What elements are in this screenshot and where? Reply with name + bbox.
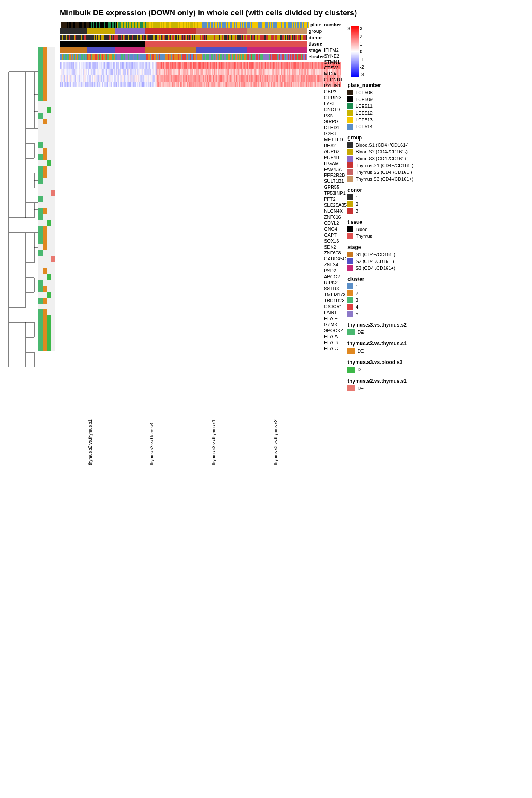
cluster-5-swatch — [347, 311, 353, 317]
legend-cluster-5: 5 — [347, 311, 445, 317]
donor-legend: donor 1 2 3 — [347, 187, 445, 215]
annot-donor: donor — [60, 35, 341, 40]
gene-label-stmn1: STMN1 — [324, 59, 347, 65]
tissue-legend-title: tissue — [347, 219, 445, 225]
cb-neg1: -1 — [360, 57, 364, 62]
colorbar-canvas — [351, 26, 359, 77]
legend-blood: Blood — [347, 226, 445, 232]
legend-blood-s3: Blood.S3 (CD4-/CD161+) — [347, 156, 445, 162]
gene-label-lair1: LAIR1 — [324, 309, 347, 315]
gene-label-slc25a35: SLC25A35 — [324, 202, 347, 208]
donor-legend-title: donor — [347, 187, 445, 193]
gene-label-abcg2: ABCG2 — [324, 274, 347, 280]
colorbar-section: 3 3 2 1 0 -1 -2 -3 — [347, 26, 445, 77]
legend-section: 3 3 2 1 0 -1 -2 -3 plate_number — [347, 26, 445, 397]
gene-label-dthd1: DTHD1 — [324, 124, 347, 130]
de-thymus-s2-s1-item: DE — [347, 385, 445, 391]
gene-label-lyst: LYST — [324, 101, 347, 107]
colorbar-max-label: 3 — [347, 26, 350, 31]
donor-1-swatch — [347, 194, 353, 200]
de-thymus-s3-s1-swatch — [347, 348, 355, 354]
de-thymus-s3-blood-s3-swatch — [347, 367, 355, 373]
de-thymus-s2-s1-label: DE — [357, 386, 364, 391]
group-legend-title: group — [347, 135, 445, 141]
stage-label: stage — [309, 48, 321, 53]
gene-label-nlgn4x: NLGN4X — [324, 208, 347, 214]
legend-thymus: Thymus — [347, 233, 445, 239]
blood-swatch — [347, 226, 353, 232]
annot-plate-number: plate_number — [60, 22, 341, 28]
bottom-label-0: thymus.s2.vs.thymus.s1 — [88, 410, 93, 465]
gene-label-cldnd1: CLDND1 — [324, 77, 347, 83]
stage-legend: stage S1 (CD4+/CD161-) S2 (CD4-/CD161-) … — [347, 244, 445, 272]
gene-label-sirpg: SIRPG — [324, 119, 347, 124]
gene-label-spock2: SPOCK2 — [324, 327, 347, 333]
gene-label-pxn: PXN — [324, 113, 347, 119]
de-canvas — [38, 47, 55, 351]
cluster-2-label: 2 — [356, 291, 358, 296]
donor-3-swatch — [347, 208, 353, 214]
blood-s1-label: Blood.S1 (CD4+/CD161-) — [356, 142, 408, 147]
cluster-legend: cluster 1 2 3 4 — [347, 276, 445, 318]
de-thymus-s3-blood-s3-legend: thymus.s3.vs.blood.s3 DE — [347, 359, 445, 374]
gene-label-syne2: SYNE2 — [324, 53, 347, 59]
stage-s2-label: S2 (CD4-/CD161-) — [356, 259, 394, 264]
gene-label-psd2: PSD2 — [324, 268, 347, 274]
cluster-2-swatch — [347, 290, 353, 296]
thymus-s1-label: Thymus.S1 (CD4+/CD161-) — [356, 163, 413, 168]
thymus-swatch — [347, 233, 353, 239]
donor-2-label: 2 — [356, 202, 358, 207]
gene-label-pyhin1: PYHIN1 — [324, 83, 347, 89]
legend-blood-s1: Blood.S1 (CD4+/CD161-) — [347, 142, 445, 148]
stage-s1-label: S1 (CD4+/CD161-) — [356, 252, 395, 257]
chart-title: Minibulk DE expression (DOWN only) in wh… — [60, 9, 528, 17]
colorbar-top-label: 3 — [347, 26, 350, 31]
lce509-label: LCE509 — [356, 97, 373, 102]
blood-s2-swatch — [347, 149, 353, 155]
gene-label-cx3cr1: CX3CR1 — [324, 304, 347, 309]
gene-label-bex2: BEX2 — [324, 142, 347, 148]
blood-s3-label: Blood.S3 (CD4-/CD161+) — [356, 156, 408, 161]
de-thymus-s3-blood-s3-label: DE — [357, 367, 364, 372]
de-thymus-s3-blood-s3-item: DE — [347, 367, 445, 373]
dendrogram-de-section — [4, 69, 60, 373]
gene-labels: IFITM2SYNE2STMN1CTSWMT2ACLDND1PYHIN1GBP2… — [324, 47, 347, 351]
de-thymus-s3-s1-title: thymus.s3.vs.thymus.s1 — [347, 341, 445, 347]
gene-label-sult1b1: SULT1B1 — [324, 178, 347, 184]
gene-label-sdk2: SDK2 — [324, 244, 347, 250]
gene-label-gadd45g: GADD45G — [324, 256, 347, 262]
blood-s1-swatch — [347, 142, 353, 148]
gene-label-hla-c: HLA-C — [324, 345, 347, 351]
thymus-s3-label: Thymus.S3 (CD4-/CD161+) — [356, 176, 413, 182]
plate-number-label: plate_number — [310, 22, 341, 27]
lce512-label: LCE512 — [356, 110, 373, 116]
de-thymus-s2-s1-title: thymus.s2.vs.thymus.s1 — [347, 378, 445, 384]
gene-label-itgam: ITGAM — [324, 160, 347, 166]
legend-donor-2: 2 — [347, 201, 445, 207]
gene-label-znf616: ZNF616 — [324, 214, 347, 220]
cb-neg3: -3 — [360, 72, 364, 77]
de-thymus-s3-s2-label: DE — [357, 330, 364, 335]
gene-label-tbc1d23: TBC1D23 — [324, 298, 347, 304]
main-container: Minibulk DE expression (DOWN only) in wh… — [0, 0, 532, 469]
gene-label-gapt: GAPT — [324, 232, 347, 238]
lce511-label: LCE511 — [356, 104, 373, 109]
annot-tissue-canvas — [60, 41, 307, 47]
cb-neg2: -2 — [360, 64, 364, 69]
legend-thymus-s1: Thymus.S1 (CD4+/CD161-) — [347, 162, 445, 168]
gene-label-cdyl2: CDYL2 — [324, 220, 347, 226]
thymus-tissue-label: Thymus — [356, 234, 372, 239]
de-thymus-s3-s1-item: DE — [347, 348, 445, 354]
gene-label-ifitm2: IFITM2 — [324, 47, 347, 53]
gene-label-gng4: GNG4 — [324, 226, 347, 232]
stage-s1-swatch — [347, 252, 353, 257]
plate-number-legend: plate_number LCE508 LCE509 LCE511 LCE512 — [347, 82, 445, 130]
cluster-legend-title: cluster — [347, 276, 445, 282]
gene-label-sox13: SOX13 — [324, 238, 347, 244]
stage-legend-title: stage — [347, 244, 445, 250]
lce513-label: LCE513 — [356, 117, 373, 122]
bottom-label-1: thymus.s3.vs.blood.s3 — [150, 410, 154, 465]
lce508-label: LCE508 — [356, 90, 373, 95]
de-bars-container — [38, 47, 55, 351]
annotation-rows: plate_number group donor t — [60, 22, 341, 60]
